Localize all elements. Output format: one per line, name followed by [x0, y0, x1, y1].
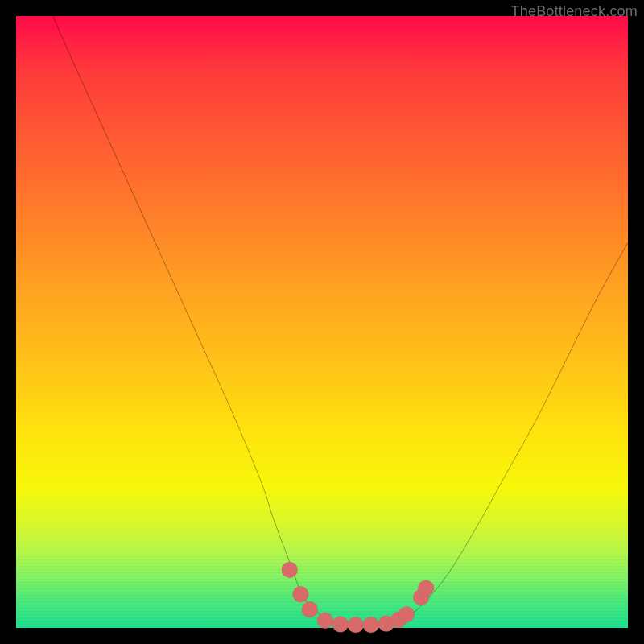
plot-area	[16, 16, 628, 628]
curve-marker	[302, 601, 318, 617]
curve-marker	[282, 562, 298, 578]
curve-markers	[282, 562, 434, 633]
curve-marker	[332, 617, 349, 633]
curve-layer	[16, 16, 628, 628]
curve-marker	[348, 617, 364, 633]
chart-stage: TheBottleneck.com	[0, 0, 644, 644]
curve-marker	[363, 617, 379, 633]
curve-marker	[293, 586, 309, 602]
curve-marker	[418, 580, 434, 597]
bottleneck-curve	[53, 16, 628, 625]
curve-marker	[398, 606, 415, 622]
curve-marker	[317, 613, 333, 629]
